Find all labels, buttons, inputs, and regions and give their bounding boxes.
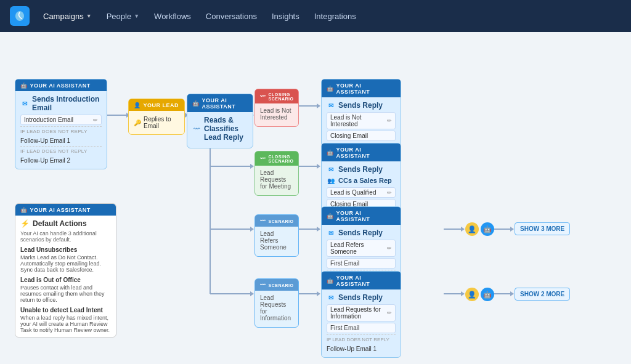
field-refers[interactable]: Lead Refers Someone ✏ — [327, 240, 396, 257]
card-ai-reads-body: 〰 Reads & Classifies Lead Reply — [187, 112, 253, 148]
robot-icon: 🤖 — [20, 207, 28, 213]
card-lead: 👤 YOUR LEAD 🔑 Replies to Email — [128, 99, 185, 135]
edit-icon: ✏ — [387, 245, 392, 251]
robot-icon: 🤖 — [192, 100, 200, 107]
svg-marker-24 — [317, 291, 320, 296]
field-intro-email[interactable]: Introduction Email ✏ — [20, 115, 102, 125]
edit-icon: ✏ — [387, 190, 392, 196]
scenario-icon: 〰 — [260, 218, 266, 224]
card-ai-reply-top-body: ✉ Sends Reply Lead is Not Interested ✏ C… — [322, 97, 401, 146]
avatar-robot-1[interactable]: 🤖 — [481, 222, 494, 236]
robot-icon: 🤖 — [20, 83, 28, 89]
robot-icon: 🤖 — [327, 278, 334, 284]
nav-conversations[interactable]: Conversations — [200, 8, 263, 25]
card-ai-refers-header: 🤖 YOUR AI ASSISTANT — [322, 207, 401, 225]
card-scenario-refers-body: Lead Refers Someone — [255, 227, 298, 256]
card-ai-intro: 🤖 YOUR AI ASSISTANT ✉ Sends Introduction… — [15, 79, 107, 169]
waves-icon: 〰 — [192, 124, 201, 133]
card-scenario-info-body: Lead Requests for Information — [255, 291, 298, 327]
card-ai-ccs: 🤖 YOUR AI ASSISTANT ✉ Sends Reply 👥 CCs … — [321, 143, 401, 215]
ccs-sales-title: 👥 CCs a Sales Rep — [327, 176, 396, 185]
avatar-person-1[interactable]: 👤 — [465, 222, 479, 236]
card-closing-meeting: 〰 CLOSING SCENARIO Lead Requests for Mee… — [254, 151, 299, 196]
field-first-email[interactable]: First Email — [327, 258, 396, 269]
show-2-more-button[interactable]: SHOW 2 MORE — [515, 288, 570, 301]
envelope-icon: ✉ — [327, 293, 335, 302]
card-ai-reads-header: 🤖 YOUR AI ASSISTANT — [187, 94, 253, 112]
workflow-canvas: 🤖 YOUR AI ASSISTANT ✉ Sends Introduction… — [0, 32, 631, 364]
nav-campaigns[interactable]: Campaigns ▼ — [37, 8, 98, 25]
sends-reply-title2: ✉ Sends Reply — [327, 165, 396, 174]
field-qualified[interactable]: Lead is Qualified ✏ — [327, 187, 396, 198]
nav-insights[interactable]: Insights — [266, 8, 306, 25]
card-ai-intro-body: ✉ Sends Introduction Email Introduction … — [15, 91, 107, 169]
field-first-email2[interactable]: First Email — [327, 323, 396, 333]
svg-marker-7 — [317, 103, 320, 108]
card-lead-body: 🔑 Replies to Email — [129, 111, 184, 134]
person-add-icon: 👥 — [327, 176, 335, 185]
card-ai-reads: 🤖 YOUR AI ASSISTANT 〰 Reads & Classifies… — [187, 94, 253, 148]
svg-marker-12 — [317, 164, 320, 169]
envelope-icon: ✉ — [327, 101, 335, 110]
nav-workflows[interactable]: Workflows — [148, 8, 197, 25]
card-ai-intro-title: ✉ Sends Introduction Email — [20, 95, 102, 112]
svg-marker-22 — [250, 291, 254, 296]
edit-icon: ✏ — [93, 117, 98, 123]
card-scenario-refers-header: 〰 SCENARIO — [255, 215, 298, 227]
lead-intent-label: Unable to detect Lead Intent — [20, 307, 111, 313]
card-ai-intro-header: 🤖 YOUR AI ASSISTANT — [15, 79, 107, 91]
card-closing-notinterested-body: Lead is Not Interested — [255, 103, 298, 126]
out-of-office-desc: Pauses contact with lead and resumes ema… — [20, 285, 111, 303]
envelope-icon: ✉ — [327, 165, 335, 174]
person-icon: 👤 — [134, 102, 141, 108]
card-refers-title: Lead Refers Someone — [260, 230, 293, 251]
card-ai-info-header: 🤖 YOUR AI ASSISTANT — [322, 272, 401, 289]
card-ai-reply-top: 🤖 YOUR AI ASSISTANT ✉ Sends Reply Lead i… — [321, 79, 401, 147]
avatar-robot-2[interactable]: 🤖 — [481, 288, 494, 301]
followup1-row: Follow-Up Email 1 — [20, 136, 102, 145]
card-info-title: Lead Requests for Information — [260, 294, 293, 322]
card-default-header: 🤖 YOUR AI ASSISTANT — [15, 204, 116, 216]
svg-marker-28 — [510, 227, 514, 232]
nav-integrations[interactable]: Integrations — [308, 8, 362, 25]
robot-icon: 🤖 — [327, 86, 334, 92]
card-ai-info: 🤖 YOUR AI ASSISTANT ✉ Sends Reply Lead R… — [321, 271, 401, 358]
lead-unsub-label: Lead Unsubscribes — [20, 246, 111, 253]
cond-info: IF LEAD DOES NOT REPLY — [327, 334, 396, 344]
card-ai-ccs-header: 🤖 YOUR AI ASSISTANT — [322, 144, 401, 161]
cond2: IF LEAD DOES NOT REPLY — [20, 146, 102, 155]
cond1: IF LEAD DOES NOT REPLY — [20, 126, 102, 135]
card-ai-reply-top-header: 🤖 YOUR AI ASSISTANT — [322, 79, 401, 97]
card-meeting-title: Lead Requests for Meeting — [260, 169, 293, 190]
followup-info-row: Follow-Up Email 1 — [327, 344, 396, 354]
lead-intent-desc: When a lead reply has mixed intent, your… — [20, 315, 111, 333]
svg-marker-19 — [461, 227, 465, 232]
card-ai-reads-title: 〰 Reads & Classifies Lead Reply — [192, 116, 248, 142]
field-closing-email[interactable]: Closing Email — [327, 131, 396, 141]
scenario-icon: 〰 — [260, 156, 266, 162]
edit-icon: ✏ — [387, 118, 392, 124]
envelope-icon: ✉ — [327, 229, 335, 237]
default-title: ⚡ Default Actions — [20, 219, 111, 228]
card-closing-meeting-header: 〰 CLOSING SCENARIO — [255, 152, 298, 166]
lead-unsub-desc: Marks Lead as Do Not Contact. Automatica… — [20, 254, 111, 273]
avatar-person-2[interactable]: 👤 — [465, 288, 479, 301]
sends-reply-title4: ✉ Sends Reply — [327, 293, 396, 302]
card-scenario-info-header: 〰 SCENARIO — [255, 279, 298, 291]
show-3-more-button[interactable]: SHOW 3 MORE — [515, 222, 570, 235]
card-ai-info-body: ✉ Sends Reply Lead Requests for Informat… — [322, 289, 401, 357]
card-default-actions: 🤖 YOUR AI ASSISTANT ⚡ Default Actions Yo… — [15, 203, 116, 338]
field-info[interactable]: Lead Requests for Information ✏ — [327, 304, 396, 322]
card-scenario-refers: 〰 SCENARIO Lead Refers Someone — [254, 214, 299, 257]
followup2-row: Follow-Up Email 2 — [20, 156, 102, 165]
card-closing-notinterested: 〰 CLOSING SCENARIO Lead is Not Intereste… — [254, 89, 299, 127]
scenario-icon: 〰 — [260, 94, 266, 100]
svg-marker-10 — [250, 164, 254, 169]
key-icon: 🔑 — [134, 119, 141, 126]
field-notinterested[interactable]: Lead is Not Interested ✏ — [327, 112, 396, 129]
nav-people[interactable]: People ▼ — [100, 8, 145, 25]
out-of-office-label: Lead is Out of Office — [20, 277, 111, 283]
lead-replies-row: 🔑 Replies to Email — [134, 115, 179, 131]
logo — [10, 6, 30, 26]
sends-reply-title: ✉ Sends Reply — [327, 101, 396, 110]
